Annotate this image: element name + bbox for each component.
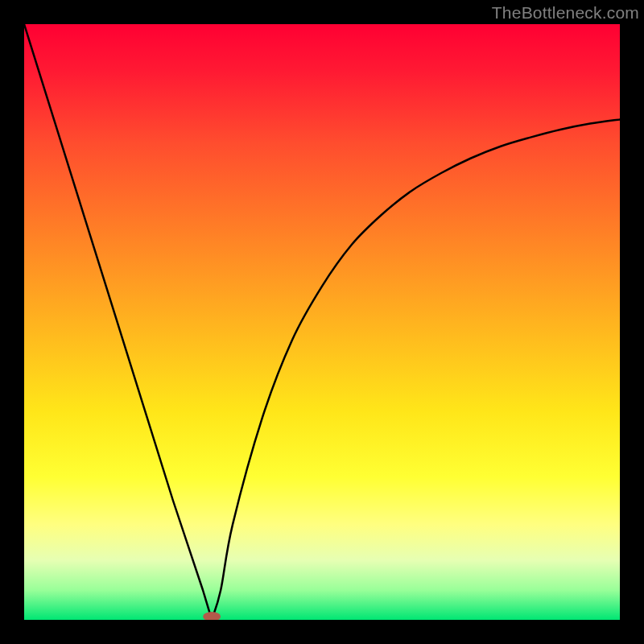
chart-container: TheBottleneck.com	[0, 0, 644, 644]
plot-area	[24, 24, 620, 620]
curve-svg	[24, 24, 620, 620]
watermark-text: TheBottleneck.com	[492, 3, 639, 23]
bottleneck-curve	[24, 24, 620, 620]
optimal-point-marker	[203, 612, 221, 620]
